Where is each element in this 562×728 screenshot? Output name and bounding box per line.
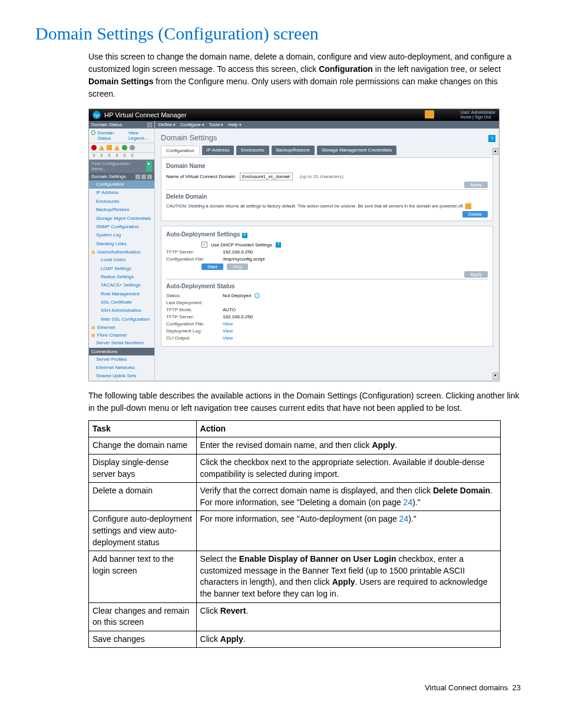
status-value[interactable]: View [223, 328, 233, 334]
sidebar-users-auth[interactable]: Users/Authentication [89, 248, 154, 256]
table-row: Add banner text to the login screenSelec… [89, 551, 501, 602]
refresh-icon[interactable] [91, 130, 95, 135]
sidebar-item[interactable]: LDAP Settings [89, 265, 154, 273]
user-links[interactable]: User: AdministratorHome | Sign Out [460, 110, 495, 119]
scroll-down-icon[interactable]: ▾ [492, 373, 498, 380]
sidebar-item[interactable]: Configuration [89, 180, 154, 189]
action-cell: For more information, see "Auto-deployme… [196, 511, 500, 551]
sidebar-domain-settings-header: Domain Settings [89, 173, 154, 180]
status-value: AUTO [223, 307, 236, 312]
table-row: Configure auto-deployment settings and v… [89, 511, 501, 551]
menu-help[interactable]: Help [228, 122, 241, 127]
domain-status-link[interactable]: Domain Status [98, 130, 121, 141]
table-header-task: Task [89, 420, 197, 437]
collapse-icon[interactable] [147, 123, 152, 127]
scroll-up-icon[interactable]: ▴ [492, 148, 498, 155]
task-cell: Clear changes and remain on this screen [89, 602, 197, 631]
sidebar-item[interactable]: Enclosures [89, 197, 154, 206]
find-input[interactable]: Find Configuration Items...▸ [89, 160, 154, 173]
auto-deploy-status-heading: Auto-Deployment Status [166, 283, 488, 289]
task-cell: Display single-dense server bays [89, 454, 197, 483]
sidebar-item[interactable]: Role Management [89, 290, 154, 298]
menu-configure[interactable]: Configure [180, 122, 204, 127]
sidebar-item[interactable]: SSH Administration [89, 307, 154, 315]
tab-enclosures[interactable]: Enclosures [236, 146, 269, 155]
domain-name-panel: Domain Name Name of Virtual Connect Doma… [161, 157, 493, 221]
action-cell: Verify that the correct domain name is d… [196, 483, 500, 511]
unknown-icon [130, 145, 135, 150]
table-row: Delete a domainVerify that the correct d… [89, 483, 501, 511]
sidebar-item[interactable]: Server Profiles [89, 355, 154, 364]
task-cell: Save changes [89, 631, 197, 648]
tab-backup-restore[interactable]: Backup/Restore [272, 146, 315, 155]
status-counts: 000000 [89, 153, 154, 160]
table-row: Clear changes and remain on this screenC… [89, 602, 501, 631]
status-label: TFTP Server: [166, 314, 219, 319]
status-icons-row [89, 143, 154, 153]
config-file-label: Configuration File: [166, 256, 219, 262]
sidebar-item[interactable]: SNMP Configuration [89, 223, 154, 231]
sidebar-item[interactable]: Web SSL Configuration [89, 315, 154, 324]
post-paragraph: The following table describes the availa… [88, 390, 527, 414]
tftp-value: 192.168.0.250 [223, 249, 253, 255]
table-header-action: Action [196, 420, 500, 437]
sidebar-item[interactable]: SSL Certificate [89, 298, 154, 307]
delete-button[interactable]: Delete [462, 211, 488, 218]
sidebar-category[interactable]: Ethernet [89, 324, 154, 331]
sidebar-item[interactable]: Storage Mgmt Credentials [89, 215, 154, 223]
sidebar-item[interactable]: System Log [89, 231, 154, 239]
sidebar-item[interactable]: Backup/Restore [89, 206, 154, 214]
menu-tools[interactable]: Tools [209, 122, 224, 127]
actions-table: Task Action Change the domain nameEnter … [88, 420, 501, 648]
page-footer: Virtual Connect domains 23 [41, 683, 527, 692]
dhcp-checkbox[interactable]: ✓ [201, 242, 207, 248]
action-cell: Enter the revised domain name, and then … [196, 437, 500, 454]
ok-icon [122, 145, 127, 150]
help-icon[interactable]: ? [242, 233, 247, 238]
tftp-label: TFTP Server: [166, 249, 219, 255]
sidebar-item[interactable]: Ethernet Networks [89, 364, 154, 372]
info-icon[interactable]: i [254, 293, 260, 298]
find-go-button[interactable]: ▸ [146, 161, 152, 172]
status-value: 192.168.0.250 [223, 314, 253, 319]
sidebar-item[interactable]: IP Address [89, 189, 154, 197]
action-cell: Click Revert. [196, 602, 500, 631]
status-value[interactable]: View [223, 321, 233, 327]
tab-configuration[interactable]: Configuration [161, 146, 200, 155]
apply-button[interactable]: Apply [464, 271, 488, 278]
app-screenshot: hp HP Virtual Connect Manager User: Admi… [88, 108, 500, 381]
sidebar-domain-status-header: Domain Status [89, 121, 154, 129]
page-title: Domain Settings (Configuration) screen [35, 24, 527, 44]
warning-icon [465, 203, 471, 209]
main-title: Domain Settings [161, 133, 493, 142]
auto-deployment-panel: Auto-Deployment Settings? ✓ Use DHCP Pro… [161, 226, 493, 347]
menu-define[interactable]: Define [158, 122, 176, 127]
config-file-value: /tmp/myconfig.script [223, 256, 265, 262]
apply-button[interactable]: Apply [464, 182, 488, 188]
caution-text: CAUTION: Deleting a domain returns all s… [166, 203, 464, 209]
menu-bar[interactable]: Define Configure Tools Help [155, 121, 499, 129]
sidebar-item[interactable]: Shared Uplink Sets [89, 372, 154, 380]
stop-button[interactable]: Stop [227, 263, 248, 270]
sidebar-serial[interactable]: Server Serial Numbers [89, 339, 154, 347]
app-title: HP Virtual Connect Manager [104, 111, 187, 118]
help-icon[interactable]: ? [276, 242, 281, 248]
sidebar-item[interactable]: TACACS+ Settings [89, 281, 154, 289]
sidebar-item[interactable]: Stacking Links [89, 240, 154, 248]
table-row: Save changesClick Apply. [89, 631, 501, 648]
sidebar-item[interactable]: Local Users [89, 256, 154, 264]
app-titlebar: hp HP Virtual Connect Manager User: Admi… [89, 109, 499, 121]
view-legend-link[interactable]: View Legend... [128, 130, 152, 141]
caution-icon [114, 145, 120, 150]
status-label: CLI Output: [166, 335, 219, 341]
sidebar-category[interactable]: Fibre Channel [89, 331, 154, 339]
status-value[interactable]: View [223, 335, 233, 341]
domain-name-input[interactable] [240, 173, 293, 180]
tab-ip-address[interactable]: IP Address [202, 146, 234, 155]
sidebar-item[interactable]: Radius Settings [89, 273, 154, 281]
task-cell: Configure auto-deployment settings and v… [89, 511, 197, 551]
intro-paragraph: Use this screen to change the domain nam… [88, 51, 527, 100]
help-icon[interactable]: ? [488, 135, 495, 142]
tab-storage-credentials[interactable]: Storage Management Credentials [317, 146, 397, 155]
start-button[interactable]: Start [201, 263, 223, 270]
